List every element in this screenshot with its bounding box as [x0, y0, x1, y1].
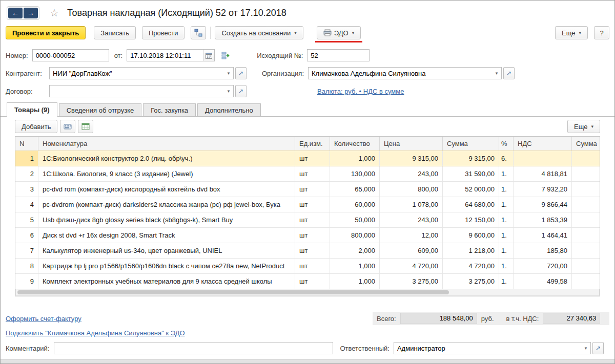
- cell-price: 800,00: [380, 182, 443, 197]
- back-button[interactable]: ←: [8, 8, 23, 18]
- cell-sum: 4 720,00: [443, 259, 499, 273]
- counterparty-dropdown-icon[interactable]: ▾: [224, 68, 233, 79]
- cell-nomenclature: pc-dvd rom (компакт-диск) кислородный ко…: [38, 182, 295, 197]
- contract-field[interactable]: ▾: [49, 85, 234, 97]
- header-price[interactable]: Цена: [380, 137, 443, 151]
- help-button[interactable]: ?: [594, 26, 609, 39]
- table-row[interactable]: 7 Калькулятор инженерный us-34o, цвет ор…: [15, 243, 600, 259]
- header-sum-total[interactable]: Сумма: [572, 137, 600, 151]
- add-row-button[interactable]: Добавить: [15, 120, 57, 133]
- table-row[interactable]: 9 Комплект электронных учебных материало…: [15, 274, 600, 289]
- header-unit[interactable]: Ед.изм.: [295, 137, 330, 151]
- cell-quantity: 1,000: [330, 151, 380, 166]
- cell-line-number: 6: [15, 228, 38, 243]
- cell-sum: 9 315,00: [443, 151, 499, 166]
- cell-unit: шт: [295, 166, 330, 181]
- responsible-field[interactable]: Администратор ▾: [394, 342, 591, 354]
- cell-vat-sum: 1 464,41: [514, 228, 572, 243]
- header-line-number[interactable]: N: [15, 137, 38, 151]
- cell-quantity: 65,000: [330, 182, 380, 197]
- cell-line-number: 2: [15, 166, 38, 181]
- cell-quantity: 60,000: [330, 197, 380, 212]
- responsible-dropdown-icon[interactable]: ▾: [581, 342, 590, 354]
- organization-open-button[interactable]: ↗: [503, 67, 515, 79]
- calendar-button[interactable]: [203, 50, 214, 61]
- cell-nomenclature: Диск st dvd +r 16x design 2008, Smart Tr…: [38, 228, 295, 243]
- connect-edo-link[interactable]: Подключить "Климачкова Адельфина Силуяно…: [6, 329, 185, 337]
- vat-total-value: 27 340,63: [543, 313, 600, 324]
- post-and-close-button[interactable]: Провести и закрыть: [6, 26, 86, 39]
- tab-strip: Товары (9) Сведения об отгрузке Гос. зак…: [1, 102, 614, 117]
- cell-sum-total: [572, 228, 600, 243]
- page-title: Товарная накладная (Исходящий) 52 от 17.…: [67, 8, 286, 18]
- tab-shipment-info[interactable]: Сведения об отгрузке: [59, 103, 142, 116]
- cell-line-number: 1: [15, 151, 38, 166]
- tab-gov-purchase[interactable]: Гос. закупка: [143, 103, 196, 116]
- table-row[interactable]: 8 Картридж hp lj pro p1566/p1560/p1606dn…: [15, 259, 600, 274]
- favorite-star-icon[interactable]: ☆: [50, 7, 59, 19]
- header-sum[interactable]: Сумма: [443, 137, 499, 151]
- cell-price: 609,00: [380, 243, 443, 258]
- counterparty-field[interactable]: НИИ "ДорГлавКож" ▾: [49, 67, 234, 79]
- write-button[interactable]: Записать: [94, 26, 136, 39]
- header-quantity[interactable]: Количество: [330, 137, 380, 151]
- contract-open-button[interactable]: ↗: [235, 85, 247, 97]
- number-field[interactable]: 0000-000052: [32, 49, 109, 61]
- table-row[interactable]: 3 pc-dvd rom (компакт-диск) кислородный …: [15, 182, 600, 197]
- cell-price: 9 315,00: [380, 151, 443, 166]
- pick-items-button[interactable]: [60, 120, 75, 133]
- table-row[interactable]: 6 Диск st dvd +r 16x design 2008, Smart …: [15, 228, 600, 243]
- counterparty-open-button[interactable]: ↗: [235, 67, 247, 79]
- more-button[interactable]: Еще ▾: [555, 26, 588, 39]
- comment-field[interactable]: [54, 342, 333, 354]
- outgoing-number-field[interactable]: 52: [307, 49, 370, 61]
- currency-vat-link[interactable]: Валюта: руб. • НДС в сумме: [317, 88, 404, 95]
- responsible-open-button[interactable]: ↗: [592, 342, 604, 354]
- create-on-basis-button[interactable]: Создать на основании ▾: [215, 26, 303, 39]
- forward-button[interactable]: →: [24, 8, 38, 18]
- cell-quantity: 50,000: [330, 212, 380, 227]
- table-row[interactable]: 4 pc-dvdrom (компакт-диск) darksiders2 к…: [15, 197, 600, 212]
- cell-sum-total: [572, 197, 600, 212]
- responsible-label: Ответственный:: [340, 345, 389, 352]
- header-vat-sum[interactable]: НДС: [514, 137, 572, 151]
- cell-nomenclature: 1С:Школа. Биология, 9 класс (3 издание) …: [38, 166, 295, 181]
- organization-field[interactable]: Климачкова Адельфина Силуяновна ▾: [308, 67, 502, 79]
- cell-nomenclature: Калькулятор инженерный us-34o, цвет оран…: [38, 243, 295, 258]
- edit-table-button[interactable]: [78, 120, 93, 133]
- table-row[interactable]: 2 1С:Школа. Биология, 9 класс (3 издание…: [15, 166, 600, 182]
- cell-vat-sum: 1 853,39: [514, 212, 572, 227]
- cell-vat-sum: 720,00: [514, 259, 572, 273]
- grid-more-button[interactable]: Еще ▾: [567, 120, 600, 133]
- header-nomenclature[interactable]: Номенклатура: [38, 137, 295, 151]
- date-field[interactable]: 17.10.2018 12:01:11: [127, 49, 215, 61]
- contract-dropdown-icon[interactable]: ▾: [224, 85, 233, 97]
- cell-quantity: 1,000: [330, 274, 380, 289]
- cell-unit: шт: [295, 182, 330, 197]
- cell-sum-total: [572, 212, 600, 227]
- counterparty-label: Контрагент:: [6, 70, 49, 77]
- post-button[interactable]: Провести: [142, 26, 185, 39]
- cell-vat-sum: [514, 151, 572, 166]
- edo-printer-icon: [323, 29, 332, 36]
- horizontal-scrollbar[interactable]: [15, 289, 600, 296]
- create-invoice-link[interactable]: Оформить счет-фактуру: [6, 315, 81, 323]
- cell-unit: шт: [295, 212, 330, 227]
- cell-price: 1 078,00: [380, 197, 443, 212]
- cell-sum-total: [572, 151, 600, 166]
- footer: Оформить счет-фактуру Всего: 188 548,00 …: [1, 312, 614, 354]
- document-movements-button[interactable]: [219, 49, 232, 62]
- edo-button[interactable]: ЭДО ▾: [317, 26, 361, 39]
- related-documents-button[interactable]: [191, 26, 206, 39]
- table-row[interactable]: 5 Usb флэш-диск 8gb glossy series black …: [15, 212, 600, 228]
- tab-goods[interactable]: Товары (9): [7, 102, 57, 117]
- scrollbar-thumb[interactable]: [17, 290, 449, 294]
- vat-total-label: в т.ч. НДС:: [506, 315, 539, 323]
- cell-line-number: 7: [15, 243, 38, 258]
- tab-additional[interactable]: Дополнительно: [197, 103, 261, 116]
- cell-price: 243,00: [380, 166, 443, 181]
- table-row[interactable]: 1 1С:Биологический конструктор 2.0 (лиц.…: [15, 151, 600, 166]
- responsible-value: Администратор: [394, 345, 581, 352]
- organization-dropdown-icon[interactable]: ▾: [492, 68, 501, 79]
- header-vat-percent[interactable]: %: [499, 137, 514, 151]
